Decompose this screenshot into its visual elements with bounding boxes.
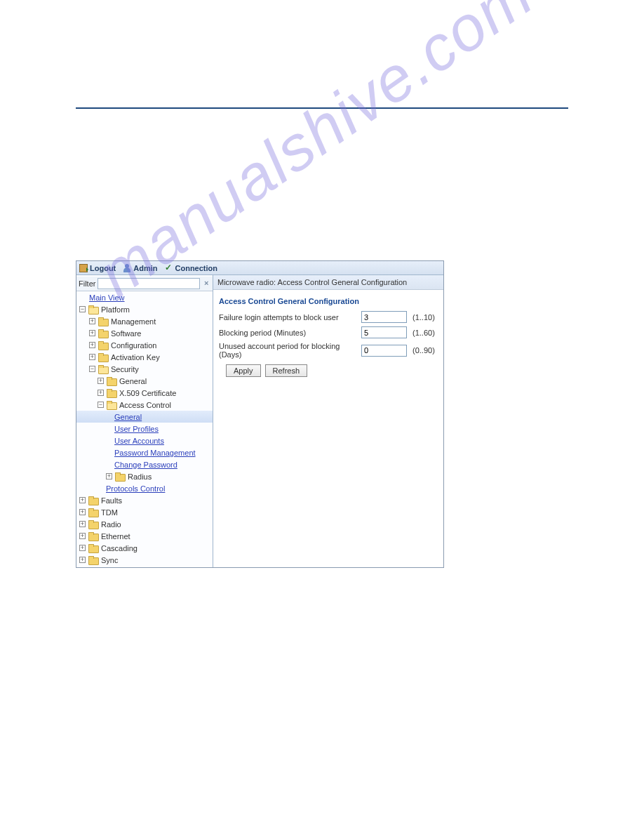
connection-label: Connection <box>175 264 218 272</box>
row-blocking-period: Blocking period (Minutes) (1..60) <box>219 326 438 338</box>
tree-platform[interactable]: − Platform <box>76 303 213 315</box>
tree-activation-key[interactable]: + Activation Key <box>76 351 213 363</box>
plus-icon[interactable]: + <box>89 354 95 360</box>
filter-input[interactable] <box>98 278 200 289</box>
admin-label: Admin <box>133 264 157 272</box>
tree-main-view[interactable]: Main View <box>76 291 213 303</box>
folder-icon <box>107 377 116 385</box>
plus-icon[interactable]: + <box>79 557 86 563</box>
folder-icon <box>107 389 116 397</box>
blocking-period-label: Blocking period (Minutes) <box>219 329 358 337</box>
folder-icon <box>88 520 98 528</box>
tree-ac-user-profiles[interactable]: User Profiles <box>76 423 213 435</box>
plus-icon[interactable]: + <box>79 533 86 539</box>
page-header-rule <box>76 107 568 109</box>
failure-attempts-hint: (1..10) <box>412 313 435 322</box>
tree-faults[interactable]: + Faults <box>76 494 213 506</box>
plus-icon[interactable]: + <box>98 378 104 384</box>
breadcrumb: Microwave radio: Access Control General … <box>213 275 443 290</box>
ac-radius-label: Radius <box>128 472 152 481</box>
cascading-label: Cascading <box>101 544 137 552</box>
folder-icon <box>88 532 98 540</box>
tree-tdm[interactable]: + TDM <box>76 506 213 518</box>
filter-bar: Filter × <box>76 277 213 291</box>
tree-ac-change-password[interactable]: Change Password <box>76 458 213 470</box>
tree-ac-general[interactable]: General <box>76 411 213 423</box>
content-pane: Microwave radio: Access Control General … <box>213 275 443 567</box>
plus-icon[interactable]: + <box>79 545 86 551</box>
ac-general-label: General <box>114 413 142 421</box>
ac-password-mgmt-label: Password Management <box>114 449 196 457</box>
tree-radio[interactable]: + Radio <box>76 518 213 530</box>
unused-period-label: Unused account period for blocking (Days… <box>219 342 358 359</box>
tree-security[interactable]: − Security <box>76 363 213 375</box>
plus-icon[interactable]: + <box>79 521 86 527</box>
logout-label: Logout <box>90 264 116 272</box>
tree-ac-radius[interactable]: + Radius <box>76 470 213 482</box>
tree-protocols-control[interactable]: Protocols Control <box>76 482 213 494</box>
refresh-button[interactable]: Refresh <box>265 364 308 377</box>
ac-user-accounts-label: User Accounts <box>114 437 164 445</box>
row-unused-period: Unused account period for blocking (Days… <box>219 342 438 359</box>
section-title: Access Control General Configuration <box>219 297 438 305</box>
plus-icon[interactable]: + <box>98 390 104 396</box>
folder-icon <box>115 472 124 480</box>
tree-x509[interactable]: + X.509 Certificate <box>76 387 213 399</box>
minus-icon[interactable]: − <box>89 366 95 372</box>
nav-tree: Main View − Platform + Management + <box>76 291 213 566</box>
plus-icon[interactable]: + <box>89 342 95 348</box>
admin-button[interactable]: Admin <box>123 264 157 272</box>
folder-open-icon <box>98 365 107 373</box>
app-window: Logout Admin ✓ Connection Filter × Main … <box>76 260 444 568</box>
plus-icon[interactable]: + <box>79 497 86 503</box>
failure-attempts-input[interactable] <box>361 311 407 323</box>
connection-button[interactable]: ✓ Connection <box>165 264 218 272</box>
security-general-label: General <box>119 377 147 385</box>
door-icon <box>79 264 88 272</box>
ac-change-password-label: Change Password <box>114 461 177 469</box>
x509-label: X.509 Certificate <box>119 389 176 397</box>
folder-icon <box>98 353 107 361</box>
plus-icon[interactable]: + <box>106 473 112 479</box>
folder-open-icon <box>88 305 98 313</box>
folder-icon <box>88 508 98 516</box>
folder-icon <box>98 317 107 325</box>
folder-open-icon <box>107 401 116 409</box>
tree-ac-user-accounts[interactable]: User Accounts <box>76 435 213 446</box>
user-icon <box>123 264 131 272</box>
button-row: Apply Refresh <box>219 364 438 377</box>
tree-configuration[interactable]: + Configuration <box>76 339 213 351</box>
tree-sync[interactable]: + Sync <box>76 554 213 566</box>
plus-icon[interactable]: + <box>79 509 86 515</box>
faults-label: Faults <box>101 496 122 505</box>
ethernet-label: Ethernet <box>101 532 130 541</box>
unused-period-hint: (0..90) <box>412 346 435 355</box>
protocols-control-label: Protocols Control <box>106 484 165 493</box>
tree-cascading[interactable]: + Cascading <box>76 542 213 554</box>
folder-icon <box>98 329 107 337</box>
sidebar: Filter × Main View − Platform + <box>76 275 213 567</box>
blocking-period-input[interactable] <box>361 326 407 338</box>
tree-management[interactable]: + Management <box>76 315 213 327</box>
unused-period-input[interactable] <box>361 345 407 357</box>
software-label: Software <box>111 329 141 338</box>
access-control-label: Access Control <box>119 401 171 409</box>
platform-label: Platform <box>101 305 130 314</box>
minus-icon[interactable]: − <box>98 402 104 408</box>
minus-icon[interactable]: − <box>79 306 86 312</box>
ac-user-profiles-label: User Profiles <box>114 425 159 433</box>
tdm-label: TDM <box>101 508 118 517</box>
radio-label: Radio <box>101 520 121 529</box>
folder-icon <box>88 496 98 504</box>
security-label: Security <box>111 365 139 373</box>
plus-icon[interactable]: + <box>89 330 95 336</box>
tree-ethernet[interactable]: + Ethernet <box>76 530 213 542</box>
tree-ac-password-mgmt[interactable]: Password Management <box>76 446 213 458</box>
logout-button[interactable]: Logout <box>79 264 116 272</box>
plus-icon[interactable]: + <box>89 318 95 324</box>
filter-clear-button[interactable]: × <box>202 279 210 289</box>
tree-security-general[interactable]: + General <box>76 375 213 387</box>
apply-button[interactable]: Apply <box>226 364 261 377</box>
tree-access-control[interactable]: − Access Control <box>76 399 213 411</box>
tree-software[interactable]: + Software <box>76 327 213 339</box>
